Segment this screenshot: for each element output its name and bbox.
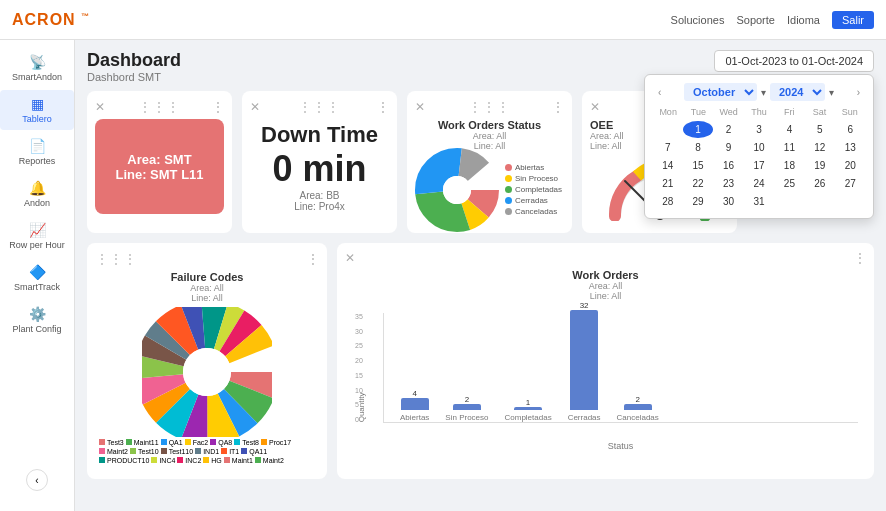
legend-label-canceladas: Canceladas [515,207,557,216]
cal-day-4[interactable]: 4 [775,121,804,138]
cal-year-arrow2: ▾ [829,87,834,98]
cal-day-2[interactable]: 2 [714,121,743,138]
wo-chart-area: Area: All [345,281,866,291]
cal-day-3[interactable]: 3 [744,121,773,138]
nav-soporte[interactable]: Soporte [736,14,775,26]
sidebar-item-andon[interactable]: 🔔 Andon [0,174,74,214]
cal-day-8[interactable]: 8 [683,139,712,156]
cal-month-select[interactable]: October [684,83,757,101]
cal-day-9[interactable]: 9 [714,139,743,156]
day-header-mon: Mon [653,107,683,117]
cal-day-31[interactable]: 31 [744,193,773,210]
failure-title: Failure Codes [95,271,319,283]
cal-day-empty [653,121,682,138]
nav-soluciones[interactable]: Soluciones [671,14,725,26]
card-wo-status-menu[interactable]: ⋮ [552,100,564,114]
sidebar-item-reportes[interactable]: 📄 Reportes [0,132,74,172]
cal-day-13[interactable]: 13 [836,139,865,156]
cal-day-23[interactable]: 23 [714,175,743,192]
cal-day-28[interactable]: 28 [653,193,682,210]
cal-day-16[interactable]: 16 [714,157,743,174]
cal-day-29[interactable]: 29 [683,193,712,210]
card-downtime-dots[interactable]: ⋮⋮⋮ [298,99,340,115]
date-range-button[interactable]: 01-Oct-2023 to 01-Oct-2024 [714,50,874,72]
cal-day-19[interactable]: 19 [805,157,834,174]
cal-year-select[interactable]: 2024 [770,83,825,101]
sidebar-collapse-button[interactable]: ‹ [26,469,48,491]
legend-sinproceso: Sin Proceso [505,174,562,183]
legend-item-18: Maint1 [224,457,253,464]
card-wo-close[interactable]: ✕ [345,251,355,265]
downtime-value: 0 min [272,148,366,190]
failure-area: Area: All [95,283,319,293]
card-downtime-menu[interactable]: ⋮ [377,100,389,114]
cal-day-10[interactable]: 10 [744,139,773,156]
bar-label-top-completadas: 1 [526,398,530,407]
andon-icon: 🔔 [29,180,46,196]
calendar-grid: 1 2 3 4 5 6 7 8 9 10 11 12 13 14 15 16 1… [653,121,865,210]
sidebar-item-rowperhour[interactable]: 📈 Row per Hour [0,216,74,256]
wo-chart-title: Work Orders [345,269,866,281]
y-tick-20: 20 [355,357,363,364]
card-area-smt-close[interactable]: ✕ [95,100,105,114]
cal-day-24[interactable]: 24 [744,175,773,192]
cal-day-26[interactable]: 26 [805,175,834,192]
cal-day-22[interactable]: 22 [683,175,712,192]
wo-status-title: Work Orders Status [415,119,564,131]
cal-day-18[interactable]: 18 [775,157,804,174]
x-axis-label: Status [383,441,858,451]
cal-day-12[interactable]: 12 [805,139,834,156]
card-wo-status-dots[interactable]: ⋮⋮⋮ [468,99,510,115]
card-failure-menu[interactable]: ⋮ [307,252,319,266]
legend-label-sinproceso: Sin Proceso [515,174,558,183]
cal-day-1[interactable]: 1 [683,121,712,138]
downtime-display: Down Time 0 min Area: BB Line: Pro4x [250,119,389,214]
legend-item-6: Test8 [234,439,259,446]
card-failure-dots[interactable]: ⋮⋮⋮ [95,251,137,267]
cal-next-button[interactable]: › [852,85,865,100]
calendar-dropdown: ‹ October ▾ 2024 ▾ › Mon Tue Wed Thu [644,74,874,219]
cal-day-11[interactable]: 11 [775,139,804,156]
legend-dot-abiertas [505,164,512,171]
cal-day-27[interactable]: 27 [836,175,865,192]
card-area-smt-menu[interactable]: ⋮ [212,100,224,114]
area-smt-display: Area: SMT Line: SMT L11 [95,119,224,214]
sidebar-item-tablero[interactable]: ▦ Tablero [0,90,74,130]
card-wo-menu[interactable]: ⋮ [854,251,866,265]
cal-day-6[interactable]: 6 [836,121,865,138]
sidebar-item-smarttrack[interactable]: 🔷 SmartTrack [0,258,74,298]
cal-selectors: October ▾ 2024 ▾ [684,83,834,101]
card-oee-close[interactable]: ✕ [590,100,600,114]
y-tick-30: 30 [355,328,363,335]
legend-label-cerradas: Cerradas [515,196,548,205]
cal-day-21[interactable]: 21 [653,175,682,192]
legend-dot-cerradas [505,197,512,204]
cal-day-30[interactable]: 30 [714,193,743,210]
cal-day-17[interactable]: 17 [744,157,773,174]
cal-day-15[interactable]: 15 [683,157,712,174]
legend-item-19: Maint2 [255,457,284,464]
exit-button[interactable]: Salir [832,11,874,29]
card-area-smt-header: ✕ ⋮⋮⋮ ⋮ [95,99,224,115]
cal-day-5[interactable]: 5 [805,121,834,138]
card-downtime-close[interactable]: ✕ [250,100,260,114]
card-work-orders: ✕ ⋮ Work Orders Area: All Line: All Quan… [337,243,874,479]
card-wo-status: ✕ ⋮⋮⋮ ⋮ Work Orders Status Area: All Lin… [407,91,572,233]
cal-day-20[interactable]: 20 [836,157,865,174]
cal-prev-button[interactable]: ‹ [653,85,666,100]
cal-day-7[interactable]: 7 [653,139,682,156]
sidebar-label-smarttrack: SmartTrack [14,282,60,292]
bar-rect-abiertas [401,398,429,410]
legend-item-9: Test10 [130,448,159,455]
sidebar-item-plantconfig[interactable]: ⚙️ Plant Config [0,300,74,340]
sidebar-item-smartandon[interactable]: 📡 SmartAndon [0,48,74,88]
cal-day-14[interactable]: 14 [653,157,682,174]
card-wo-status-close[interactable]: ✕ [415,100,425,114]
bar-completadas: 1 Completadas [505,398,552,422]
cal-day-25[interactable]: 25 [775,175,804,192]
nav-idioma[interactable]: Idioma [787,14,820,26]
card-area-smt-dots[interactable]: ⋮⋮⋮ [138,99,180,115]
bar-label-bot-abiertas: Abiertas [400,413,429,422]
legend-item-16: INC2 [177,457,201,464]
area-smt-area: Area: SMT [127,152,191,167]
